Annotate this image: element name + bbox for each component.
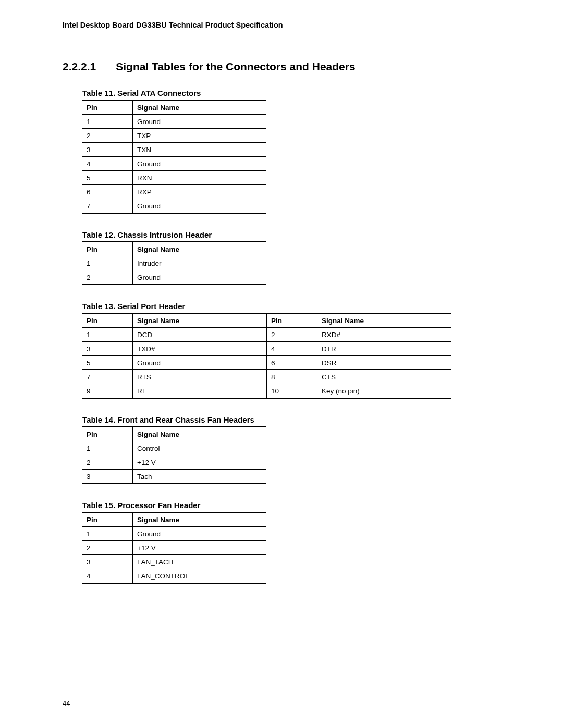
page: Intel Desktop Board DG33BU Technical Pro… bbox=[0, 0, 563, 728]
cell-signal: RI bbox=[133, 384, 267, 399]
cell-signal: Intruder bbox=[133, 256, 267, 270]
table-13-title: Table 13. Serial Port Header bbox=[82, 302, 500, 311]
section-heading: 2.2.2.1Signal Tables for the Connectors … bbox=[63, 60, 500, 73]
table-13-block: Table 13. Serial Port Header Pin Signal … bbox=[82, 302, 500, 399]
cell-pin: 3 bbox=[82, 143, 133, 157]
cell-signal: +12 V bbox=[133, 455, 267, 470]
cell-signal: TXP bbox=[133, 129, 267, 143]
cell-signal: RXP bbox=[133, 185, 267, 199]
cell-signal: DCD bbox=[133, 328, 267, 342]
col-header-pin: Pin bbox=[267, 313, 317, 328]
table-row: 3TXN bbox=[82, 143, 266, 157]
cell-signal: DSR bbox=[317, 356, 451, 370]
table-11-block: Table 11. Serial ATA Connectors Pin Sign… bbox=[82, 89, 500, 214]
col-header-signal: Signal Name bbox=[133, 313, 267, 328]
col-header-pin: Pin bbox=[82, 242, 133, 256]
table-row: 2TXP bbox=[82, 129, 266, 143]
cell-signal: FAN_CONTROL bbox=[133, 569, 267, 584]
cell-signal: FAN_TACH bbox=[133, 555, 267, 569]
cell-signal: Ground bbox=[133, 199, 267, 214]
table-row: 4Ground bbox=[82, 157, 266, 171]
cell-pin: 9 bbox=[82, 384, 133, 399]
cell-pin: 2 bbox=[82, 270, 133, 285]
table-row: 3TXD#4DTR bbox=[82, 342, 451, 356]
table-12: Pin Signal Name 1Intruder 2Ground bbox=[82, 241, 266, 285]
col-header-pin: Pin bbox=[82, 427, 133, 441]
table-15: Pin Signal Name 1Ground 2+12 V 3FAN_TACH… bbox=[82, 512, 266, 584]
cell-pin: 5 bbox=[82, 171, 133, 185]
cell-signal: RTS bbox=[133, 370, 267, 384]
col-header-pin: Pin bbox=[82, 313, 133, 328]
cell-signal: CTS bbox=[317, 370, 451, 384]
section-title: Signal Tables for the Connectors and Hea… bbox=[116, 60, 355, 72]
col-header-signal: Signal Name bbox=[133, 427, 267, 441]
col-header-signal: Signal Name bbox=[317, 313, 451, 328]
table-row: 3Tach bbox=[82, 470, 266, 484]
cell-pin: 3 bbox=[82, 555, 133, 569]
table-14: Pin Signal Name 1Control 2+12 V 3Tach bbox=[82, 426, 266, 484]
table-row: 5Ground6DSR bbox=[82, 356, 451, 370]
cell-pin: 1 bbox=[82, 328, 133, 342]
cell-signal: Ground bbox=[133, 527, 267, 541]
cell-signal: TXN bbox=[133, 143, 267, 157]
table-row: 5RXN bbox=[82, 171, 266, 185]
cell-pin: 1 bbox=[82, 256, 133, 270]
table-row: 6RXP bbox=[82, 185, 266, 199]
cell-pin: 2 bbox=[267, 328, 317, 342]
table-row: 1Ground bbox=[82, 115, 266, 129]
table-row: 1DCD2RXD# bbox=[82, 328, 451, 342]
running-head: Intel Desktop Board DG33BU Technical Pro… bbox=[63, 21, 500, 29]
cell-pin: 10 bbox=[267, 384, 317, 399]
table-row: 2+12 V bbox=[82, 541, 266, 555]
table-row: 1Ground bbox=[82, 527, 266, 541]
col-header-signal: Signal Name bbox=[133, 100, 267, 115]
cell-pin: 6 bbox=[267, 356, 317, 370]
col-header-signal: Signal Name bbox=[133, 512, 267, 527]
cell-pin: 6 bbox=[82, 185, 133, 199]
table-15-title: Table 15. Processor Fan Header bbox=[82, 501, 500, 510]
col-header-pin: Pin bbox=[82, 100, 133, 115]
table-row: 2+12 V bbox=[82, 455, 266, 470]
cell-pin: 2 bbox=[82, 541, 133, 555]
cell-pin: 2 bbox=[82, 455, 133, 470]
cell-pin: 3 bbox=[82, 470, 133, 484]
table-13: Pin Signal Name Pin Signal Name 1DCD2RXD… bbox=[82, 313, 451, 399]
page-number: 44 bbox=[63, 699, 70, 707]
cell-pin: 2 bbox=[82, 129, 133, 143]
cell-signal: Control bbox=[133, 441, 267, 455]
table-row: 7Ground bbox=[82, 199, 266, 214]
cell-pin: 8 bbox=[267, 370, 317, 384]
cell-signal: Ground bbox=[133, 270, 267, 285]
cell-pin: 1 bbox=[82, 527, 133, 541]
table-15-block: Table 15. Processor Fan Header Pin Signa… bbox=[82, 501, 500, 584]
cell-signal: Key (no pin) bbox=[317, 384, 451, 399]
section-number: 2.2.2.1 bbox=[63, 60, 96, 73]
cell-signal: RXN bbox=[133, 171, 267, 185]
cell-pin: 3 bbox=[82, 342, 133, 356]
cell-signal: Ground bbox=[133, 356, 267, 370]
table-row: 4FAN_CONTROL bbox=[82, 569, 266, 584]
cell-pin: 4 bbox=[82, 157, 133, 171]
col-header-signal: Signal Name bbox=[133, 242, 267, 256]
table-11-title: Table 11. Serial ATA Connectors bbox=[82, 89, 500, 97]
table-14-block: Table 14. Front and Rear Chassis Fan Hea… bbox=[82, 415, 500, 484]
table-row: 1Intruder bbox=[82, 256, 266, 270]
cell-pin: 7 bbox=[82, 199, 133, 214]
cell-signal: Tach bbox=[133, 470, 267, 484]
table-row: 9RI10Key (no pin) bbox=[82, 384, 451, 399]
table-row: 3FAN_TACH bbox=[82, 555, 266, 569]
cell-signal: TXD# bbox=[133, 342, 267, 356]
cell-signal: RXD# bbox=[317, 328, 451, 342]
table-12-title: Table 12. Chassis Intrusion Header bbox=[82, 230, 500, 239]
cell-signal: Ground bbox=[133, 115, 267, 129]
table-row: 2Ground bbox=[82, 270, 266, 285]
cell-pin: 5 bbox=[82, 356, 133, 370]
table-14-title: Table 14. Front and Rear Chassis Fan Hea… bbox=[82, 415, 500, 424]
cell-pin: 1 bbox=[82, 115, 133, 129]
cell-pin: 1 bbox=[82, 441, 133, 455]
cell-signal: Ground bbox=[133, 157, 267, 171]
cell-signal: DTR bbox=[317, 342, 451, 356]
table-row: 1Control bbox=[82, 441, 266, 455]
cell-pin: 4 bbox=[267, 342, 317, 356]
table-row: 7RTS8CTS bbox=[82, 370, 451, 384]
